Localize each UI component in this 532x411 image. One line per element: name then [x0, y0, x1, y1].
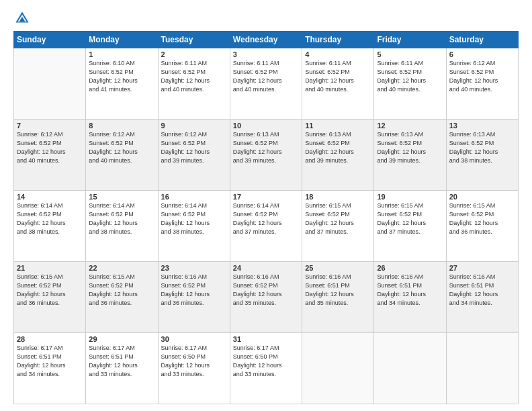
day-info: Sunrise: 6:16 AM Sunset: 6:51 PM Dayligh…: [305, 273, 371, 308]
table-row: [374, 333, 446, 404]
table-row: 2Sunrise: 6:11 AM Sunset: 6:52 PM Daylig…: [158, 48, 230, 120]
day-info: Sunrise: 6:13 AM Sunset: 6:52 PM Dayligh…: [377, 130, 443, 165]
col-friday: Friday: [374, 32, 446, 48]
table-row: 6Sunrise: 6:12 AM Sunset: 6:52 PM Daylig…: [446, 48, 518, 120]
table-row: 31Sunrise: 6:17 AM Sunset: 6:50 PM Dayli…: [230, 333, 302, 404]
table-row: 5Sunrise: 6:11 AM Sunset: 6:52 PM Daylig…: [374, 48, 446, 120]
day-info: Sunrise: 6:16 AM Sunset: 6:51 PM Dayligh…: [449, 273, 515, 308]
calendar-week-row: 1Sunrise: 6:10 AM Sunset: 6:52 PM Daylig…: [14, 48, 519, 120]
table-row: 9Sunrise: 6:12 AM Sunset: 6:52 PM Daylig…: [158, 120, 230, 191]
day-number: 19: [377, 193, 443, 201]
table-row: 27Sunrise: 6:16 AM Sunset: 6:51 PM Dayli…: [446, 262, 518, 333]
day-info: Sunrise: 6:15 AM Sunset: 6:52 PM Dayligh…: [89, 273, 154, 308]
table-row: 20Sunrise: 6:15 AM Sunset: 6:52 PM Dayli…: [446, 191, 518, 262]
table-row: 19Sunrise: 6:15 AM Sunset: 6:52 PM Dayli…: [374, 191, 446, 262]
day-number: 16: [161, 193, 227, 201]
day-info: Sunrise: 6:17 AM Sunset: 6:50 PM Dayligh…: [233, 344, 299, 379]
col-thursday: Thursday: [302, 32, 374, 48]
day-info: Sunrise: 6:11 AM Sunset: 6:52 PM Dayligh…: [305, 59, 371, 94]
day-info: Sunrise: 6:14 AM Sunset: 6:52 PM Dayligh…: [17, 201, 83, 236]
day-info: Sunrise: 6:13 AM Sunset: 6:52 PM Dayligh…: [233, 130, 299, 165]
day-info: Sunrise: 6:17 AM Sunset: 6:51 PM Dayligh…: [17, 344, 83, 379]
day-info: Sunrise: 6:15 AM Sunset: 6:52 PM Dayligh…: [449, 201, 515, 236]
day-info: Sunrise: 6:17 AM Sunset: 6:50 PM Dayligh…: [161, 344, 227, 379]
table-row: 16Sunrise: 6:14 AM Sunset: 6:52 PM Dayli…: [158, 191, 230, 262]
day-info: Sunrise: 6:11 AM Sunset: 6:52 PM Dayligh…: [161, 59, 227, 94]
day-number: 23: [161, 264, 227, 272]
day-number: 18: [305, 193, 371, 201]
table-row: 11Sunrise: 6:13 AM Sunset: 6:52 PM Dayli…: [302, 120, 374, 191]
day-info: Sunrise: 6:15 AM Sunset: 6:52 PM Dayligh…: [17, 273, 83, 308]
day-number: 26: [377, 264, 443, 272]
day-info: Sunrise: 6:11 AM Sunset: 6:52 PM Dayligh…: [233, 59, 299, 94]
col-monday: Monday: [86, 32, 158, 48]
table-row: 10Sunrise: 6:13 AM Sunset: 6:52 PM Dayli…: [230, 120, 302, 191]
day-number: 27: [449, 264, 515, 272]
day-info: Sunrise: 6:12 AM Sunset: 6:52 PM Dayligh…: [449, 59, 515, 94]
table-row: [446, 333, 518, 404]
day-number: 25: [305, 264, 371, 272]
day-info: Sunrise: 6:16 AM Sunset: 6:52 PM Dayligh…: [161, 273, 227, 308]
logo-icon: [15, 11, 30, 26]
table-row: [14, 48, 86, 120]
table-row: 3Sunrise: 6:11 AM Sunset: 6:52 PM Daylig…: [230, 48, 302, 120]
calendar-week-row: 21Sunrise: 6:15 AM Sunset: 6:52 PM Dayli…: [14, 262, 519, 333]
day-number: 8: [89, 122, 154, 130]
table-row: 22Sunrise: 6:15 AM Sunset: 6:52 PM Dayli…: [86, 262, 158, 333]
day-info: Sunrise: 6:10 AM Sunset: 6:52 PM Dayligh…: [89, 59, 154, 94]
day-number: 31: [233, 335, 299, 343]
table-row: 30Sunrise: 6:17 AM Sunset: 6:50 PM Dayli…: [158, 333, 230, 404]
calendar: Sunday Monday Tuesday Wednesday Thursday…: [13, 31, 519, 404]
day-number: 2: [161, 50, 227, 58]
day-info: Sunrise: 6:11 AM Sunset: 6:52 PM Dayligh…: [377, 59, 443, 94]
table-row: 18Sunrise: 6:15 AM Sunset: 6:52 PM Dayli…: [302, 191, 374, 262]
day-number: 3: [233, 50, 299, 58]
col-saturday: Saturday: [446, 32, 518, 48]
table-row: 24Sunrise: 6:16 AM Sunset: 6:52 PM Dayli…: [230, 262, 302, 333]
day-info: Sunrise: 6:17 AM Sunset: 6:51 PM Dayligh…: [89, 344, 154, 379]
day-number: 11: [305, 122, 371, 130]
day-info: Sunrise: 6:14 AM Sunset: 6:52 PM Dayligh…: [233, 201, 299, 236]
day-info: Sunrise: 6:13 AM Sunset: 6:52 PM Dayligh…: [449, 130, 515, 165]
day-info: Sunrise: 6:12 AM Sunset: 6:52 PM Dayligh…: [89, 130, 154, 165]
table-row: 15Sunrise: 6:14 AM Sunset: 6:52 PM Dayli…: [86, 191, 158, 262]
day-number: 10: [233, 122, 299, 130]
col-wednesday: Wednesday: [230, 32, 302, 48]
day-info: Sunrise: 6:15 AM Sunset: 6:52 PM Dayligh…: [377, 201, 443, 236]
day-number: 9: [161, 122, 227, 130]
day-number: 21: [17, 264, 83, 272]
table-row: 26Sunrise: 6:16 AM Sunset: 6:51 PM Dayli…: [374, 262, 446, 333]
day-number: 6: [449, 50, 515, 58]
day-info: Sunrise: 6:16 AM Sunset: 6:51 PM Dayligh…: [377, 273, 443, 308]
day-number: 22: [89, 264, 154, 272]
table-row: 29Sunrise: 6:17 AM Sunset: 6:51 PM Dayli…: [86, 333, 158, 404]
table-row: 1Sunrise: 6:10 AM Sunset: 6:52 PM Daylig…: [86, 48, 158, 120]
col-sunday: Sunday: [14, 32, 86, 48]
table-row: 13Sunrise: 6:13 AM Sunset: 6:52 PM Dayli…: [446, 120, 518, 191]
day-number: 15: [89, 193, 154, 201]
day-info: Sunrise: 6:15 AM Sunset: 6:52 PM Dayligh…: [305, 201, 371, 236]
table-row: 4Sunrise: 6:11 AM Sunset: 6:52 PM Daylig…: [302, 48, 374, 120]
table-row: 25Sunrise: 6:16 AM Sunset: 6:51 PM Dayli…: [302, 262, 374, 333]
calendar-week-row: 14Sunrise: 6:14 AM Sunset: 6:52 PM Dayli…: [14, 191, 519, 262]
table-row: [302, 333, 374, 404]
day-number: 1: [89, 50, 154, 58]
day-number: 14: [17, 193, 83, 201]
day-number: 12: [377, 122, 443, 130]
day-number: 13: [449, 122, 515, 130]
day-number: 20: [449, 193, 515, 201]
day-number: 29: [89, 335, 154, 343]
day-number: 24: [233, 264, 299, 272]
day-number: 30: [161, 335, 227, 343]
day-number: 4: [305, 50, 371, 58]
day-info: Sunrise: 6:13 AM Sunset: 6:52 PM Dayligh…: [305, 130, 371, 165]
page-header: [13, 11, 519, 26]
table-row: 17Sunrise: 6:14 AM Sunset: 6:52 PM Dayli…: [230, 191, 302, 262]
calendar-header-row: Sunday Monday Tuesday Wednesday Thursday…: [14, 32, 519, 48]
table-row: 7Sunrise: 6:12 AM Sunset: 6:52 PM Daylig…: [14, 120, 86, 191]
calendar-week-row: 7Sunrise: 6:12 AM Sunset: 6:52 PM Daylig…: [14, 120, 519, 191]
day-info: Sunrise: 6:12 AM Sunset: 6:52 PM Dayligh…: [17, 130, 83, 165]
table-row: 14Sunrise: 6:14 AM Sunset: 6:52 PM Dayli…: [14, 191, 86, 262]
logo: [13, 11, 32, 26]
day-number: 5: [377, 50, 443, 58]
